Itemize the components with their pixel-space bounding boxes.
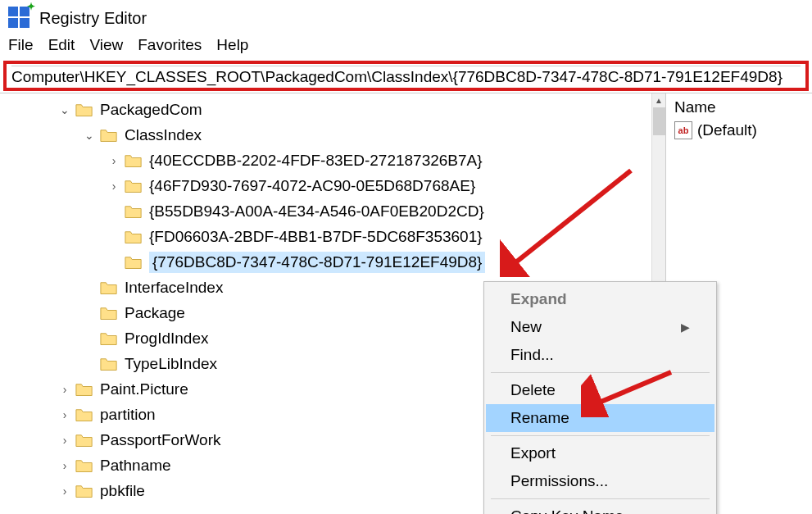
cm-separator <box>491 498 710 499</box>
tree-row[interactable]: ⌄PackagedCom <box>0 97 665 122</box>
folder-icon <box>75 407 93 422</box>
expander-open-icon[interactable]: ⌄ <box>57 103 72 116</box>
expander-closed-icon[interactable]: › <box>57 408 72 421</box>
tree-row[interactable]: ›{40ECCDBB-2202-4FDF-83ED-272187326B7A} <box>0 148 665 173</box>
cm-separator <box>491 435 710 436</box>
expander-closed-icon[interactable]: › <box>57 383 72 396</box>
tree-item-label: PassportForWork <box>100 431 220 449</box>
tree-item-label: TypeLibIndex <box>125 355 217 373</box>
submenu-arrow-icon: ▶ <box>681 321 690 334</box>
address-bar[interactable]: Computer\HKEY_CLASSES_ROOT\PackagedCom\C… <box>11 66 801 86</box>
value-row-default[interactable]: ab (Default) <box>674 121 804 139</box>
cm-copy-key-name[interactable]: Copy Key Name <box>486 503 714 514</box>
app-title: Registry Editor <box>39 9 147 28</box>
titlebar: ✦ Registry Editor <box>0 0 812 33</box>
cm-expand: Expand <box>486 285 714 313</box>
tree-item-label: {40ECCDBB-2202-4FDF-83ED-272187326B7A} <box>149 152 483 170</box>
menu-view[interactable]: View <box>89 36 123 54</box>
tree-item-label: Package <box>125 304 185 322</box>
cm-find[interactable]: Find... <box>486 341 714 369</box>
tree-row[interactable]: {B55DB943-A00A-4E34-A546-0AF0EB20D2CD} <box>0 198 665 224</box>
cm-new[interactable]: New ▶ <box>486 313 714 341</box>
tree-item-label: {B55DB943-A00A-4E34-A546-0AF0EB20D2CD} <box>149 202 484 221</box>
tree-row[interactable]: {FD06603A-2BDF-4BB1-B7DF-5DC68F353601} <box>0 224 665 249</box>
menubar: File Edit View Favorites Help <box>0 33 812 59</box>
expander-open-icon[interactable]: ⌄ <box>82 129 97 142</box>
tree-row[interactable]: ⌄ClassIndex <box>0 122 665 148</box>
cm-export[interactable]: Export <box>486 439 714 467</box>
folder-icon <box>125 204 143 219</box>
expander-closed-icon[interactable]: › <box>57 459 72 472</box>
expander-closed-icon[interactable]: › <box>57 434 72 447</box>
folder-icon <box>75 458 93 473</box>
tree-row[interactable]: {776DBC8D-7347-478C-8D71-791E12EF49D8} <box>0 249 665 275</box>
folder-icon <box>100 331 118 346</box>
folder-icon <box>100 357 118 371</box>
tree-item-label: Paint.Picture <box>100 380 188 398</box>
folder-icon <box>125 153 143 168</box>
tree-item-label: Pathname <box>100 457 171 475</box>
folder-icon <box>125 179 143 193</box>
menu-favorites[interactable]: Favorites <box>138 36 202 54</box>
folder-icon <box>125 255 143 270</box>
folder-icon <box>75 382 93 397</box>
folder-icon <box>75 433 93 448</box>
tree-row[interactable]: ›{46F7D930-7697-4072-AC90-0E5D68D768AE} <box>0 173 665 198</box>
tree-item-label: PackagedCom <box>100 101 202 119</box>
value-name: (Default) <box>697 121 757 139</box>
values-column-header[interactable]: Name <box>674 98 804 116</box>
context-menu: Expand New ▶ Find... Delete Rename Expor… <box>483 281 717 514</box>
tree-item-label: InterfaceIndex <box>125 279 223 297</box>
address-bar-highlight: Computer\HKEY_CLASSES_ROOT\PackagedCom\C… <box>3 61 809 91</box>
tree-item-label: pbkfile <box>100 482 145 500</box>
string-value-icon: ab <box>674 121 692 139</box>
expander-closed-icon[interactable]: › <box>107 180 121 193</box>
cm-permissions[interactable]: Permissions... <box>486 467 714 495</box>
menu-help[interactable]: Help <box>216 36 248 54</box>
cm-separator <box>491 372 710 373</box>
tree-item-label: partition <box>100 406 156 424</box>
scroll-up-icon[interactable]: ▲ <box>652 93 665 107</box>
tree-item-label: ClassIndex <box>125 126 202 144</box>
tree-item-label: {46F7D930-7697-4072-AC90-0E5D68D768AE} <box>149 177 475 195</box>
folder-icon <box>75 484 93 498</box>
menu-file[interactable]: File <box>8 36 34 54</box>
cm-rename[interactable]: Rename <box>486 404 714 432</box>
folder-icon <box>100 280 118 295</box>
folder-icon <box>100 128 118 143</box>
regedit-icon: ✦ <box>8 7 31 30</box>
expander-closed-icon[interactable]: › <box>57 484 72 498</box>
tree-item-label: {FD06603A-2BDF-4BB1-B7DF-5DC68F353601} <box>149 228 483 246</box>
folder-icon <box>75 102 93 117</box>
scroll-thumb[interactable] <box>653 107 665 135</box>
tree-item-label: ProgIdIndex <box>125 330 208 348</box>
tree-item-label: {776DBC8D-7347-478C-8D71-791E12EF49D8} <box>149 252 485 273</box>
cm-delete[interactable]: Delete <box>486 376 714 404</box>
menu-edit[interactable]: Edit <box>48 36 75 54</box>
folder-icon <box>125 230 143 244</box>
expander-closed-icon[interactable]: › <box>107 154 121 167</box>
folder-icon <box>100 306 118 321</box>
